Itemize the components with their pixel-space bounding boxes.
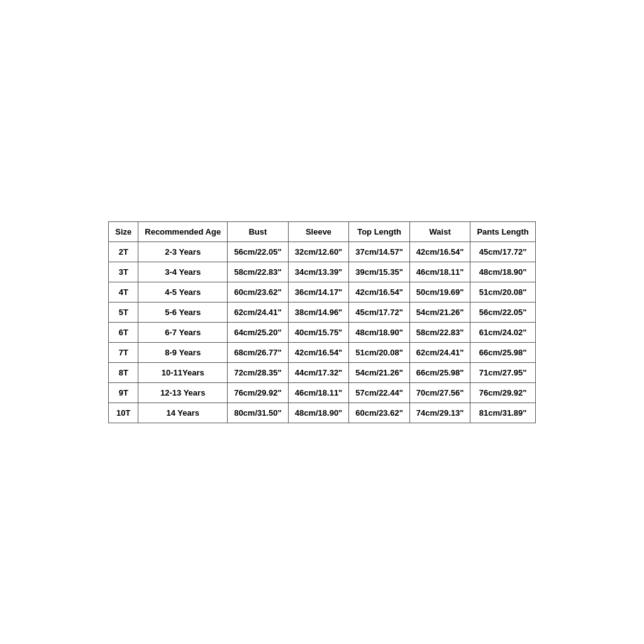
table-cell: 66cm/25.98" <box>470 342 535 362</box>
table-cell: 4T <box>109 282 138 302</box>
table-cell: 76cm/29.92" <box>228 382 289 402</box>
table-cell: 42cm/16.54" <box>288 342 349 362</box>
table-cell: 8T <box>109 362 138 382</box>
table-cell: 46cm/18.11" <box>409 262 470 282</box>
table-cell: 2-3 Years <box>138 242 228 262</box>
table-cell: 6-7 Years <box>138 322 228 342</box>
table-cell: 68cm/26.77" <box>228 342 289 362</box>
table-row: 5T5-6 Years62cm/24.41"38cm/14.96"45cm/17… <box>109 302 536 322</box>
table-cell: 39cm/15.35" <box>349 262 410 282</box>
table-cell: 2T <box>109 242 138 262</box>
table-cell: 72cm/28.35" <box>228 362 289 382</box>
table-cell: 81cm/31.89" <box>470 402 535 423</box>
table-cell: 45cm/17.72" <box>470 242 535 262</box>
table-cell: 4-5 Years <box>138 282 228 302</box>
column-header-top-length: Top Length <box>349 221 410 242</box>
table-cell: 56cm/22.05" <box>470 302 535 322</box>
table-cell: 60cm/23.62" <box>228 282 289 302</box>
column-header-bust: Bust <box>228 221 289 242</box>
table-cell: 54cm/21.26" <box>349 362 410 382</box>
table-row: 10T14 Years80cm/31.50"48cm/18.90"60cm/23… <box>109 402 536 423</box>
table-cell: 57cm/22.44" <box>349 382 410 402</box>
column-header-waist: Waist <box>409 221 470 242</box>
table-cell: 51cm/20.08" <box>349 342 410 362</box>
table-cell: 34cm/13.39" <box>288 262 349 282</box>
table-cell: 61cm/24.02" <box>470 322 535 342</box>
table-cell: 14 Years <box>138 402 228 423</box>
table-cell: 48cm/18.90" <box>470 262 535 282</box>
table-row: 2T2-3 Years56cm/22.05"32cm/12.60"37cm/14… <box>109 242 536 262</box>
table-row: 8T10-11Years72cm/28.35"44cm/17.32"54cm/2… <box>109 362 536 382</box>
table-cell: 50cm/19.69" <box>409 282 470 302</box>
table-cell: 44cm/17.32" <box>288 362 349 382</box>
table-cell: 60cm/23.62" <box>349 402 410 423</box>
table-container: SizeRecommended AgeBustSleeveTop LengthW… <box>108 221 536 423</box>
table-cell: 71cm/27.95" <box>470 362 535 382</box>
table-cell: 70cm/27.56" <box>409 382 470 402</box>
table-row: 3T3-4 Years58cm/22.83"34cm/13.39"39cm/15… <box>109 262 536 282</box>
table-cell: 66cm/25.98" <box>409 362 470 382</box>
table-cell: 5-6 Years <box>138 302 228 322</box>
table-cell: 7T <box>109 342 138 362</box>
table-cell: 46cm/18.11" <box>288 382 349 402</box>
table-cell: 38cm/14.96" <box>288 302 349 322</box>
table-cell: 74cm/29.13" <box>409 402 470 423</box>
table-cell: 45cm/17.72" <box>349 302 410 322</box>
table-cell: 62cm/24.41" <box>228 302 289 322</box>
table-row: 7T8-9 Years68cm/26.77"42cm/16.54"51cm/20… <box>109 342 536 362</box>
table-cell: 5T <box>109 302 138 322</box>
table-cell: 6T <box>109 322 138 342</box>
size-chart-table: SizeRecommended AgeBustSleeveTop LengthW… <box>108 221 536 423</box>
table-cell: 62cm/24.41" <box>409 342 470 362</box>
column-header-recommended-age: Recommended Age <box>138 221 228 242</box>
table-cell: 56cm/22.05" <box>228 242 289 262</box>
table-cell: 76cm/29.92" <box>470 382 535 402</box>
table-cell: 80cm/31.50" <box>228 402 289 423</box>
table-cell: 64cm/25.20" <box>228 322 289 342</box>
table-header-row: SizeRecommended AgeBustSleeveTop LengthW… <box>109 221 536 242</box>
table-cell: 8-9 Years <box>138 342 228 362</box>
table-cell: 42cm/16.54" <box>349 282 410 302</box>
table-cell: 58cm/22.83" <box>409 322 470 342</box>
table-cell: 9T <box>109 382 138 402</box>
table-row: 4T4-5 Years60cm/23.62"36cm/14.17"42cm/16… <box>109 282 536 302</box>
table-cell: 12-13 Years <box>138 382 228 402</box>
column-header-size: Size <box>109 221 138 242</box>
table-cell: 40cm/15.75" <box>288 322 349 342</box>
table-cell: 58cm/22.83" <box>228 262 289 282</box>
table-cell: 37cm/14.57" <box>349 242 410 262</box>
table-cell: 54cm/21.26" <box>409 302 470 322</box>
table-cell: 32cm/12.60" <box>288 242 349 262</box>
column-header-pants-length: Pants Length <box>470 221 535 242</box>
table-cell: 10T <box>109 402 138 423</box>
table-cell: 48cm/18.90" <box>349 322 410 342</box>
table-cell: 3-4 Years <box>138 262 228 282</box>
column-header-sleeve: Sleeve <box>288 221 349 242</box>
table-row: 9T12-13 Years76cm/29.92"46cm/18.11"57cm/… <box>109 382 536 402</box>
table-row: 6T6-7 Years64cm/25.20"40cm/15.75"48cm/18… <box>109 322 536 342</box>
table-cell: 36cm/14.17" <box>288 282 349 302</box>
table-cell: 3T <box>109 262 138 282</box>
table-cell: 51cm/20.08" <box>470 282 535 302</box>
table-cell: 42cm/16.54" <box>409 242 470 262</box>
table-cell: 10-11Years <box>138 362 228 382</box>
table-cell: 48cm/18.90" <box>288 402 349 423</box>
